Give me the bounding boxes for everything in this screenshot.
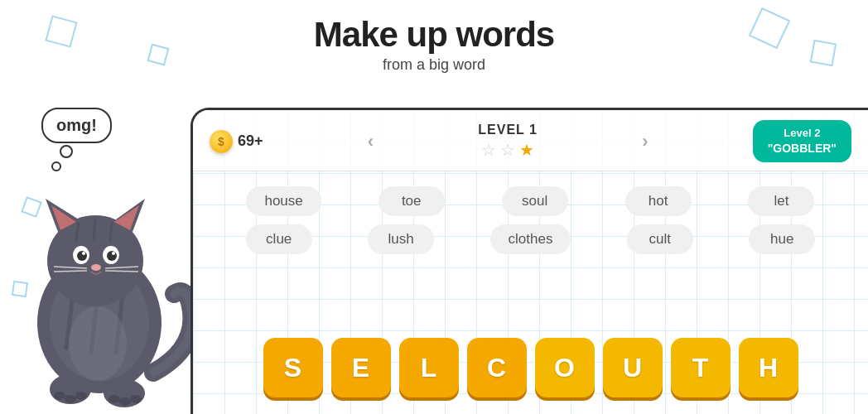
svg-point-23 — [54, 392, 65, 400]
coins-area: $ 69+ — [210, 130, 263, 153]
tile-t[interactable]: T — [671, 338, 731, 397]
svg-point-14 — [82, 252, 85, 255]
level-info: LEVEL 1 ☆ ☆ ★ — [478, 123, 538, 160]
svg-point-29 — [69, 306, 127, 381]
speech-bubble: omg! — [41, 108, 112, 143]
words-row-2: clue lush clothes cult hue — [218, 224, 843, 254]
nav-right-arrow[interactable]: › — [635, 131, 654, 152]
word-lush[interactable]: lush — [368, 224, 434, 254]
star-2: ☆ — [500, 140, 515, 160]
svg-point-16 — [91, 264, 101, 271]
svg-point-12 — [77, 251, 87, 261]
header: Make up words from a big word — [0, 0, 868, 74]
word-cult[interactable]: cult — [627, 224, 693, 254]
stars-row: ☆ ☆ ★ — [481, 140, 534, 160]
word-clue[interactable]: clue — [246, 224, 312, 254]
svg-line-31 — [94, 219, 95, 238]
coins-value: 69+ — [238, 132, 263, 150]
svg-line-32 — [110, 224, 112, 240]
game-topbar: $ 69+ ‹ LEVEL 1 ☆ ☆ ★ › Level 2 "GOBBLER… — [193, 110, 868, 171]
svg-point-15 — [112, 252, 115, 255]
page-title: Make up words — [0, 15, 868, 55]
tile-s[interactable]: S — [263, 338, 323, 397]
svg-point-24 — [65, 395, 76, 403]
tile-l[interactable]: L — [399, 338, 459, 397]
svg-point-28 — [130, 395, 142, 403]
tile-e[interactable]: E — [331, 338, 391, 397]
svg-line-20 — [105, 271, 138, 272]
word-toe[interactable]: toe — [379, 186, 445, 216]
svg-point-27 — [119, 397, 131, 406]
word-soul[interactable]: soul — [502, 186, 568, 216]
cat-area: omg! — [0, 108, 199, 414]
level-label: LEVEL 1 — [478, 123, 538, 137]
svg-point-26 — [108, 395, 120, 403]
star-3: ★ — [519, 140, 534, 160]
word-hue[interactable]: hue — [749, 224, 815, 254]
page-subtitle: from a big word — [0, 56, 868, 74]
tile-c[interactable]: C — [467, 338, 527, 397]
next-level-name: "GOBBLER" — [768, 141, 837, 156]
star-1: ☆ — [481, 140, 496, 160]
words-area: house toe soul hot let clue lush clothes… — [193, 171, 868, 262]
letter-tiles: S E L C O U T H — [193, 338, 868, 397]
nav-left-arrow[interactable]: ‹ — [361, 131, 380, 152]
next-level-number: Level 2 — [768, 127, 837, 141]
words-row-1: house toe soul hot let — [218, 186, 843, 216]
word-let[interactable]: let — [748, 186, 814, 216]
cat-illustration — [8, 132, 190, 414]
svg-point-25 — [75, 392, 87, 400]
tile-h[interactable]: H — [739, 338, 798, 397]
tile-o[interactable]: O — [535, 338, 595, 397]
word-hot[interactable]: hot — [625, 186, 692, 216]
svg-line-18 — [54, 271, 87, 272]
coin-icon: $ — [210, 130, 233, 153]
game-area: $ 69+ ‹ LEVEL 1 ☆ ☆ ★ › Level 2 "GOBBLER… — [190, 108, 868, 414]
tile-u[interactable]: U — [603, 338, 663, 397]
word-clothes[interactable]: clothes — [490, 224, 571, 254]
svg-point-13 — [107, 251, 117, 261]
next-level-button[interactable]: Level 2 "GOBBLER" — [753, 120, 851, 162]
word-house[interactable]: house — [246, 186, 321, 216]
